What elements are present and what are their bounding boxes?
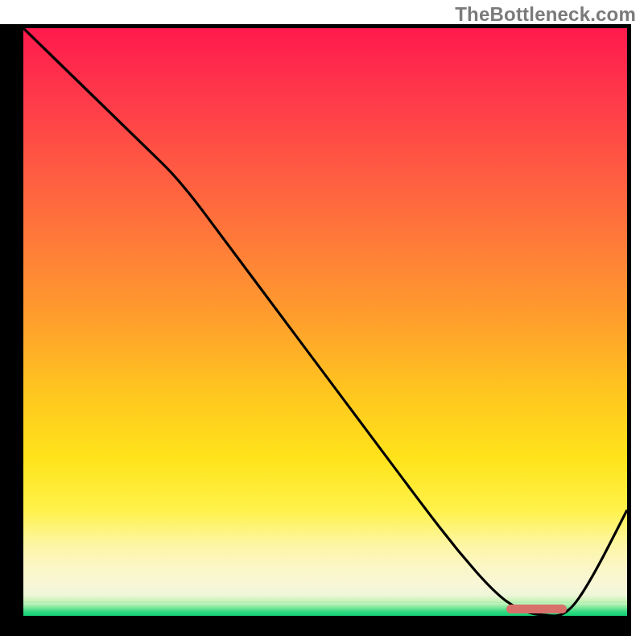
plot-gradient bbox=[23, 28, 627, 616]
frame-top bbox=[19, 24, 631, 28]
chart-stage: TheBottleneck.com bbox=[0, 0, 644, 644]
frame-right bbox=[627, 24, 631, 636]
watermark-text: TheBottleneck.com bbox=[455, 3, 636, 26]
sweet-spot-marker bbox=[506, 605, 567, 613]
frame-bottom bbox=[19, 616, 631, 636]
frame-left bbox=[0, 24, 23, 636]
